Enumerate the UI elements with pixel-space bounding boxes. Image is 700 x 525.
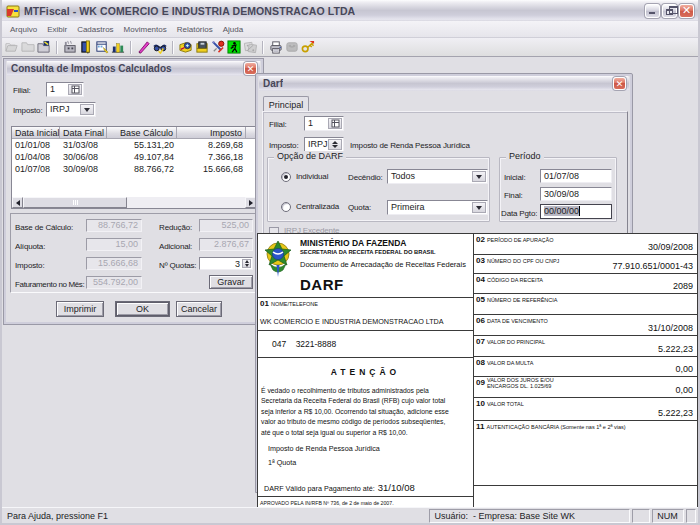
toolbar-button-tools[interactable] — [210, 39, 226, 55]
tab-principal[interactable]: Principal — [263, 96, 309, 112]
menu-item-movimentos[interactable]: Movimentos — [119, 23, 172, 36]
toolbar-button-folder-config[interactable] — [36, 39, 52, 55]
doc-darf-title: DARF — [300, 276, 344, 293]
grid-column-3[interactable]: Imposto — [177, 127, 246, 139]
company-icon — [63, 40, 77, 54]
doc-ministerio: MINISTÉRIO DA FAZENDA — [300, 238, 406, 248]
menu-item-relatorios[interactable]: Relatórios — [172, 23, 218, 36]
quota-combo[interactable]: Primeira — [387, 200, 488, 215]
menu-item-exibir[interactable]: Exibir — [42, 23, 72, 36]
grid-row-2[interactable]: 01/07/0830/09/0888.766,7215.666,68 — [12, 163, 256, 175]
preview-icon — [285, 40, 299, 54]
statusbar-num-text: NUM — [657, 511, 678, 521]
toolbar-separator — [130, 41, 132, 54]
toolbar-button-company[interactable] — [62, 39, 78, 55]
toolbar-separator — [56, 41, 58, 54]
grid-row-1[interactable]: 01/04/0830/06/0849.107,847.366,18 — [12, 151, 256, 163]
darf-field-02-number: 02 — [476, 235, 485, 244]
cancelar-button[interactable]: Cancelar — [176, 301, 222, 317]
aliquota-label: Alíquota: — [15, 242, 45, 251]
final-field[interactable]: 30/09/08 — [540, 187, 612, 201]
darf-field-06-value: 31/10/2008 — [648, 323, 693, 333]
toolbar-button-percent[interactable] — [242, 39, 258, 55]
scroll-left-icon — [16, 200, 20, 206]
quotas-field[interactable]: 3 — [199, 257, 253, 270]
toolbar-button-report[interactable] — [268, 39, 284, 55]
grid-header: Data InicialData FinalBase CálculoImpost… — [12, 127, 256, 139]
toolbar-button-archive[interactable] — [194, 39, 210, 55]
toolbar-button-open-folder[interactable] — [4, 39, 20, 55]
close-button[interactable]: ✕ — [679, 4, 694, 18]
radio-individual[interactable] — [281, 172, 291, 182]
darf-field-05-caption: NÚMERO DE REFERÊNCIA — [487, 297, 558, 303]
gravar-button[interactable]: Gravar — [209, 275, 253, 289]
toolbar-button-run[interactable] — [226, 39, 242, 55]
darf-field-03-number: 03 — [476, 256, 485, 265]
imprimir-button[interactable]: Imprimir — [56, 301, 104, 317]
toolbar-separator — [172, 41, 174, 54]
close-icon: ✕ — [245, 63, 256, 74]
filial-spin-button[interactable] — [68, 84, 82, 95]
toolbar-button-verify[interactable] — [152, 39, 168, 55]
darf-field-10-value: 5.222,23 — [658, 408, 693, 418]
inicial-field[interactable]: 01/07/08 — [540, 169, 612, 183]
toolbar-button-chart[interactable] — [110, 39, 126, 55]
darf-field-11-caption: AUTENTICAÇÃO BANCÁRIA (Somente nas 1ª e … — [486, 424, 625, 430]
darf-field-08-caption: VALOR DA MULTA — [487, 360, 533, 366]
menu-item-cadastros[interactable]: Cadastros — [72, 23, 118, 36]
grid-column-0[interactable]: Data Inicial — [12, 127, 60, 139]
quota-label: Quota: — [348, 203, 371, 212]
filial-label: Filial: — [13, 86, 31, 95]
archive-icon — [195, 40, 209, 54]
quotas-spinner[interactable] — [242, 259, 251, 268]
grid-row-0[interactable]: 01/01/0831/03/0855.131,208.269,68 — [12, 139, 256, 151]
grid-column-2[interactable]: Base Cálculo — [107, 127, 177, 139]
decendio-combo[interactable]: Todos — [387, 169, 488, 184]
toolbar-button-calendar[interactable] — [94, 39, 110, 55]
darf-field-01-number: 01 — [260, 299, 269, 308]
toolbar-button-key[interactable] — [300, 39, 316, 55]
decendio-dropdown-button[interactable] — [472, 171, 486, 182]
scroll-left-button[interactable] — [12, 197, 23, 208]
data-pgto-field[interactable]: 00/00/00 — [540, 204, 612, 219]
impostos-grid[interactable]: Data InicialData FinalBase CálculoImpost… — [11, 126, 257, 209]
inicial-label: Inicial: — [504, 173, 525, 182]
filial-spin-edit[interactable]: 1 — [46, 82, 84, 97]
imposto-dropdown-button[interactable] — [80, 104, 94, 115]
restore-button[interactable] — [662, 4, 677, 18]
toolbar-button-book-export[interactable] — [178, 39, 194, 55]
darf-close-button[interactable]: ✕ — [613, 77, 626, 90]
darf-titlebar: Darf ✕ — [259, 76, 629, 91]
statusbar-num-panel: NUM — [652, 509, 684, 523]
opcao-darf-group-label: Opção de DARF — [274, 151, 346, 161]
toolbar-button-notes[interactable] — [78, 39, 94, 55]
darf-filial-spin-edit[interactable]: 1 — [304, 116, 344, 131]
report-icon — [269, 40, 283, 54]
menu-item-arquivo[interactable]: Arquivo — [5, 23, 42, 36]
toolbar — [2, 38, 698, 56]
open-folder-icon — [5, 40, 19, 54]
radio-centralizada[interactable] — [281, 202, 291, 212]
toolbar-button-preview[interactable] — [284, 39, 300, 55]
ok-button[interactable]: OK — [115, 301, 170, 317]
grid-horizontal-scrollbar[interactable] — [12, 197, 256, 208]
grid-cell: 88.766,72 — [107, 163, 177, 175]
imposto-combo[interactable]: IRPJ — [46, 102, 96, 117]
menu-item-ajuda[interactable]: Ajuda — [218, 23, 248, 36]
scroll-thumb[interactable] — [23, 197, 127, 208]
darf-imposto-spinner[interactable] — [328, 139, 342, 150]
faturamento-field: 554.792,00 — [86, 276, 142, 289]
quota-dropdown-button[interactable] — [472, 202, 486, 213]
darf-imposto-spin[interactable]: IRPJ — [304, 137, 344, 152]
grid-column-1[interactable]: Data Final — [60, 127, 107, 139]
darf-filial-spin-button[interactable] — [328, 118, 342, 129]
calendar-icon — [95, 40, 109, 54]
text-caret — [579, 206, 580, 216]
grid-cell: 55.131,20 — [107, 139, 177, 151]
toolbar-button-pen[interactable] — [136, 39, 152, 55]
toolbar-button-folder[interactable] — [20, 39, 36, 55]
final-label: Final: — [504, 191, 523, 200]
minimize-button[interactable] — [645, 4, 660, 18]
darf-field-09-number: 09 — [476, 378, 485, 387]
reducao-label: Redução: — [159, 223, 192, 232]
